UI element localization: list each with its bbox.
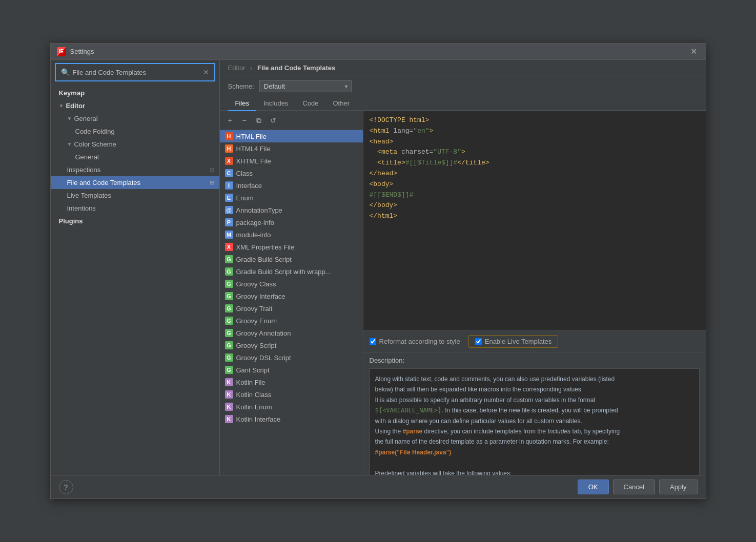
list-item[interactable]: G Groovy Interface	[220, 290, 363, 302]
description-text: Along with static text, code and comment…	[370, 368, 700, 475]
list-item[interactable]: X XHTML File	[220, 155, 363, 167]
scheme-select[interactable]: Default	[259, 80, 352, 92]
list-item[interactable]: I Interface	[220, 179, 363, 192]
gradle-build-wrap-icon: G	[225, 267, 233, 276]
reformat-checkbox[interactable]	[370, 338, 376, 345]
add-template-button[interactable]: +	[224, 114, 236, 127]
code-line: <!DOCTYPE html>	[370, 115, 700, 126]
dialog-body: 🔍 ✕ Keymap ▼ Editor ▼	[51, 60, 706, 475]
xhtml-file-icon: X	[225, 157, 233, 165]
code-line: <body>	[370, 179, 700, 190]
search-box-container: 🔍 ✕	[55, 63, 215, 81]
xml-file-icon: X	[225, 243, 233, 251]
list-item[interactable]: G Groovy Annotation	[220, 327, 363, 339]
remove-template-button[interactable]: −	[238, 114, 251, 127]
module-file-icon: M	[225, 231, 233, 239]
sidebar: 🔍 ✕ Keymap ▼ Editor ▼	[51, 60, 220, 475]
code-editor[interactable]: <!DOCTYPE html> <html lang="en"> <head> …	[363, 111, 706, 330]
scheme-label: Scheme:	[228, 82, 254, 90]
tabs-row: Files Includes Code Other	[220, 96, 706, 111]
list-item[interactable]: @ AnnotationType	[220, 204, 363, 216]
main-content: Editor › File and Code Templates Scheme:…	[220, 60, 706, 475]
code-line: </html>	[370, 211, 700, 222]
file-list-toolbar: + − ⧉ ↺	[220, 111, 363, 130]
tab-other[interactable]: Other	[325, 96, 357, 111]
scheme-dropdown-wrap: Default	[259, 80, 352, 92]
list-item[interactable]: G Groovy Trait	[220, 302, 363, 315]
list-item[interactable]: P package-info	[220, 216, 363, 228]
gant-script-icon: G	[225, 366, 233, 374]
footer-bar: ? OK Cancel Apply	[51, 475, 706, 498]
title-bar: IE Settings ✕	[51, 44, 706, 60]
templates-icon: ⊞	[210, 179, 214, 186]
settings-dialog: IE Settings ✕ 🔍 ✕ Keymap	[50, 43, 706, 499]
interface-file-icon: I	[225, 181, 233, 190]
annotation-file-icon: @	[225, 206, 233, 214]
ok-button[interactable]: OK	[578, 480, 609, 494]
scheme-row: Scheme: Default	[220, 76, 706, 96]
reset-template-button[interactable]: ↺	[267, 114, 279, 127]
cancel-button[interactable]: Cancel	[613, 480, 655, 494]
list-item[interactable]: C Class	[220, 167, 363, 179]
sidebar-item-inspections[interactable]: Inspections ⊞	[51, 163, 219, 176]
sidebar-item-color-scheme[interactable]: ▼ Color Scheme	[51, 138, 219, 151]
sidebar-item-live-templates[interactable]: Live Templates	[51, 189, 219, 202]
search-input[interactable]	[73, 69, 200, 76]
list-item[interactable]: H HTML File	[220, 130, 363, 142]
groovy-annotation-icon: G	[225, 329, 233, 337]
dialog-title: Settings	[70, 48, 94, 55]
list-item[interactable]: G Groovy Class	[220, 278, 363, 290]
class-file-icon: C	[225, 169, 233, 177]
close-button[interactable]: ✕	[688, 46, 700, 57]
list-item[interactable]: K Kotlin Class	[220, 388, 363, 401]
sidebar-item-keymap[interactable]: Keymap	[51, 87, 219, 99]
code-line: <meta charset="UTF-8">	[370, 147, 700, 158]
groovy-trait-icon: G	[225, 304, 233, 312]
sidebar-item-plugins[interactable]: Plugins	[51, 215, 219, 227]
list-item[interactable]: H HTML4 File	[220, 142, 363, 155]
search-clear-button[interactable]: ✕	[203, 68, 209, 76]
code-line: #[[$END$]]#	[370, 190, 700, 201]
groovy-enum-icon: G	[225, 317, 233, 325]
package-file-icon: P	[225, 218, 233, 226]
list-item[interactable]: K Kotlin File	[220, 376, 363, 388]
list-item[interactable]: G Groovy DSL Script	[220, 351, 363, 364]
editor-arrow-icon: ▼	[59, 103, 64, 109]
general-arrow-icon: ▼	[67, 116, 72, 121]
list-item[interactable]: G Groovy Script	[220, 339, 363, 351]
list-item[interactable]: G Gant Script	[220, 364, 363, 376]
sidebar-item-color-scheme-general[interactable]: General	[51, 151, 219, 163]
tab-code[interactable]: Code	[295, 96, 325, 111]
list-item[interactable]: K Kotlin Interface	[220, 413, 363, 425]
search-icon: 🔍	[61, 68, 70, 76]
copy-template-button[interactable]: ⧉	[253, 114, 265, 127]
list-item[interactable]: E Enum	[220, 192, 363, 204]
list-item[interactable]: M module-info	[220, 228, 363, 241]
list-item[interactable]: X XML Properties File	[220, 241, 363, 253]
help-button[interactable]: ?	[59, 480, 73, 494]
list-item[interactable]: G Groovy Enum	[220, 315, 363, 327]
tab-files[interactable]: Files	[228, 96, 256, 111]
search-box: 🔍 ✕	[61, 68, 209, 76]
file-list: H HTML File H HTML4 File X XHTML File	[220, 130, 363, 475]
app-icon: IE	[57, 47, 66, 56]
reformat-checkbox-label[interactable]: Reformat according to style	[370, 338, 460, 345]
inspections-icon: ⊞	[210, 166, 214, 173]
list-item[interactable]: G Gradle Build Script	[220, 253, 363, 265]
description-panel: Description: Along with static text, cod…	[363, 352, 706, 475]
enable-live-templates-button[interactable]: Enable Live Templates	[468, 335, 559, 348]
tab-includes[interactable]: Includes	[256, 96, 295, 111]
sidebar-item-intentions[interactable]: Intentions	[51, 202, 219, 215]
list-item[interactable]: K Kotlin Enum	[220, 401, 363, 413]
apply-button[interactable]: Apply	[659, 480, 698, 494]
sidebar-item-editor[interactable]: ▼ Editor	[51, 99, 219, 112]
title-bar-left: IE Settings	[57, 47, 94, 56]
sidebar-item-general[interactable]: ▼ General	[51, 112, 219, 125]
list-item[interactable]: G Gradle Build Script with wrapp...	[220, 265, 363, 278]
footer-buttons: OK Cancel Apply	[578, 480, 698, 494]
enum-file-icon: E	[225, 194, 233, 202]
sidebar-item-file-code-templates[interactable]: File and Code Templates ⊞	[51, 176, 219, 189]
sidebar-item-code-folding[interactable]: Code Folding	[51, 125, 219, 138]
live-templates-checkbox[interactable]	[475, 338, 482, 345]
groovy-interface-icon: G	[225, 292, 233, 300]
